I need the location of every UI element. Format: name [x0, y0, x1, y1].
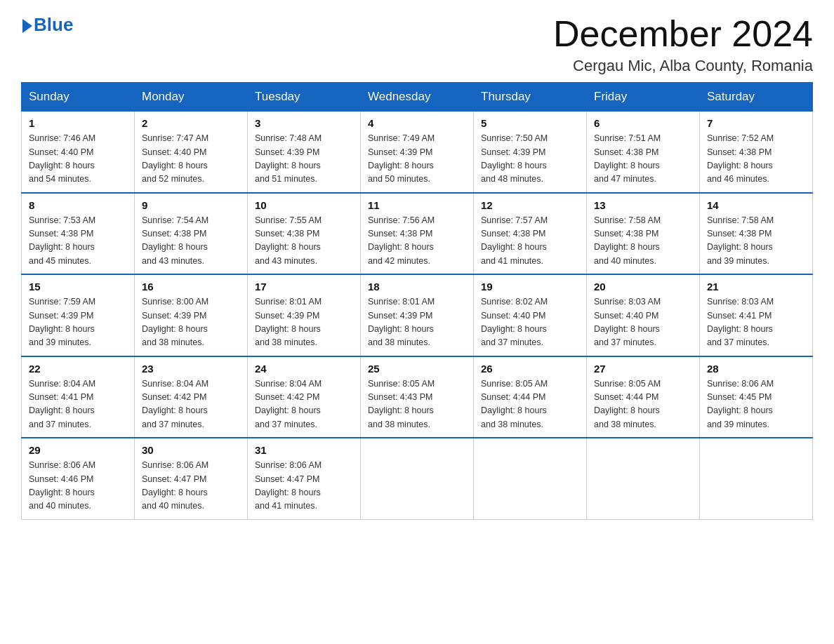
- day-number: 27: [594, 363, 692, 375]
- day-info: Sunrise: 7:51 AMSunset: 4:38 PMDaylight:…: [594, 132, 692, 187]
- day-info: Sunrise: 8:01 AMSunset: 4:39 PMDaylight:…: [368, 295, 466, 350]
- day-info: Sunrise: 7:47 AMSunset: 4:40 PMDaylight:…: [142, 132, 240, 187]
- calendar-cell: 24 Sunrise: 8:04 AMSunset: 4:42 PMDaylig…: [248, 356, 361, 438]
- calendar-cell: 30 Sunrise: 8:06 AMSunset: 4:47 PMDaylig…: [135, 438, 248, 519]
- calendar-cell: 16 Sunrise: 8:00 AMSunset: 4:39 PMDaylig…: [135, 274, 248, 356]
- calendar-cell: 23 Sunrise: 8:04 AMSunset: 4:42 PMDaylig…: [135, 356, 248, 438]
- day-number: 2: [142, 117, 240, 129]
- logo: Blue: [21, 14, 73, 36]
- day-number: 4: [368, 117, 466, 129]
- calendar-cell: 11 Sunrise: 7:56 AMSunset: 4:38 PMDaylig…: [361, 193, 474, 275]
- day-info: Sunrise: 8:03 AMSunset: 4:41 PMDaylight:…: [707, 295, 805, 350]
- day-info: Sunrise: 8:02 AMSunset: 4:40 PMDaylight:…: [481, 295, 579, 350]
- page-header: Blue December 2024 Cergau Mic, Alba Coun…: [21, 14, 813, 75]
- location-subtitle: Cergau Mic, Alba County, Romania: [553, 57, 813, 75]
- calendar-week-row-2: 8 Sunrise: 7:53 AMSunset: 4:38 PMDayligh…: [22, 193, 813, 275]
- calendar-cell: 10 Sunrise: 7:55 AMSunset: 4:38 PMDaylig…: [248, 193, 361, 275]
- day-number: 1: [29, 117, 127, 129]
- day-number: 26: [481, 363, 579, 375]
- calendar-week-row-3: 15 Sunrise: 7:59 AMSunset: 4:39 PMDaylig…: [22, 274, 813, 356]
- calendar-cell: 3 Sunrise: 7:48 AMSunset: 4:39 PMDayligh…: [248, 112, 361, 193]
- col-header-monday: Monday: [135, 83, 248, 112]
- day-info: Sunrise: 7:52 AMSunset: 4:38 PMDaylight:…: [707, 132, 805, 187]
- day-info: Sunrise: 7:49 AMSunset: 4:39 PMDaylight:…: [368, 132, 466, 187]
- day-info: Sunrise: 8:06 AMSunset: 4:47 PMDaylight:…: [142, 459, 240, 514]
- day-info: Sunrise: 7:54 AMSunset: 4:38 PMDaylight:…: [142, 214, 240, 269]
- calendar-cell: 1 Sunrise: 7:46 AMSunset: 4:40 PMDayligh…: [22, 112, 135, 193]
- day-info: Sunrise: 8:05 AMSunset: 4:43 PMDaylight:…: [368, 377, 466, 432]
- day-number: 12: [481, 199, 579, 211]
- day-number: 18: [368, 281, 466, 293]
- day-number: 6: [594, 117, 692, 129]
- calendar-cell: 18 Sunrise: 8:01 AMSunset: 4:39 PMDaylig…: [361, 274, 474, 356]
- calendar-cell: 29 Sunrise: 8:06 AMSunset: 4:46 PMDaylig…: [22, 438, 135, 519]
- calendar-cell: 13 Sunrise: 7:58 AMSunset: 4:38 PMDaylig…: [587, 193, 700, 275]
- col-header-tuesday: Tuesday: [248, 83, 361, 112]
- day-number: 24: [255, 363, 353, 375]
- calendar-header-row: SundayMondayTuesdayWednesdayThursdayFrid…: [22, 83, 813, 112]
- calendar-cell: 8 Sunrise: 7:53 AMSunset: 4:38 PMDayligh…: [22, 193, 135, 275]
- title-section: December 2024 Cergau Mic, Alba County, R…: [553, 14, 813, 75]
- calendar-cell: 27 Sunrise: 8:05 AMSunset: 4:44 PMDaylig…: [587, 356, 700, 438]
- col-header-thursday: Thursday: [474, 83, 587, 112]
- day-info: Sunrise: 8:01 AMSunset: 4:39 PMDaylight:…: [255, 295, 353, 350]
- day-number: 10: [255, 199, 353, 211]
- calendar-cell: 19 Sunrise: 8:02 AMSunset: 4:40 PMDaylig…: [474, 274, 587, 356]
- calendar-week-row-4: 22 Sunrise: 8:04 AMSunset: 4:41 PMDaylig…: [22, 356, 813, 438]
- calendar-table: SundayMondayTuesdayWednesdayThursdayFrid…: [21, 82, 813, 520]
- calendar-cell: 17 Sunrise: 8:01 AMSunset: 4:39 PMDaylig…: [248, 274, 361, 356]
- day-number: 16: [142, 281, 240, 293]
- day-info: Sunrise: 7:46 AMSunset: 4:40 PMDaylight:…: [29, 132, 127, 187]
- month-title: December 2024: [553, 14, 813, 54]
- day-info: Sunrise: 7:58 AMSunset: 4:38 PMDaylight:…: [707, 214, 805, 269]
- day-number: 13: [594, 199, 692, 211]
- day-number: 9: [142, 199, 240, 211]
- day-number: 29: [29, 444, 127, 456]
- col-header-friday: Friday: [587, 83, 700, 112]
- calendar-cell: 25 Sunrise: 8:05 AMSunset: 4:43 PMDaylig…: [361, 356, 474, 438]
- calendar-cell: 20 Sunrise: 8:03 AMSunset: 4:40 PMDaylig…: [587, 274, 700, 356]
- day-number: 7: [707, 117, 805, 129]
- day-info: Sunrise: 8:06 AMSunset: 4:46 PMDaylight:…: [29, 459, 127, 514]
- day-number: 8: [29, 199, 127, 211]
- calendar-cell: 9 Sunrise: 7:54 AMSunset: 4:38 PMDayligh…: [135, 193, 248, 275]
- calendar-cell: [361, 438, 474, 519]
- day-info: Sunrise: 8:04 AMSunset: 4:42 PMDaylight:…: [142, 377, 240, 432]
- day-info: Sunrise: 8:06 AMSunset: 4:45 PMDaylight:…: [707, 377, 805, 432]
- day-number: 23: [142, 363, 240, 375]
- calendar-cell: [474, 438, 587, 519]
- calendar-week-row-5: 29 Sunrise: 8:06 AMSunset: 4:46 PMDaylig…: [22, 438, 813, 519]
- day-info: Sunrise: 8:05 AMSunset: 4:44 PMDaylight:…: [594, 377, 692, 432]
- day-info: Sunrise: 7:58 AMSunset: 4:38 PMDaylight:…: [594, 214, 692, 269]
- calendar-cell: 2 Sunrise: 7:47 AMSunset: 4:40 PMDayligh…: [135, 112, 248, 193]
- day-info: Sunrise: 7:59 AMSunset: 4:39 PMDaylight:…: [29, 295, 127, 350]
- calendar-cell: 28 Sunrise: 8:06 AMSunset: 4:45 PMDaylig…: [700, 356, 813, 438]
- calendar-cell: 6 Sunrise: 7:51 AMSunset: 4:38 PMDayligh…: [587, 112, 700, 193]
- calendar-week-row-1: 1 Sunrise: 7:46 AMSunset: 4:40 PMDayligh…: [22, 112, 813, 193]
- day-number: 25: [368, 363, 466, 375]
- day-number: 22: [29, 363, 127, 375]
- calendar-cell: 21 Sunrise: 8:03 AMSunset: 4:41 PMDaylig…: [700, 274, 813, 356]
- day-info: Sunrise: 7:53 AMSunset: 4:38 PMDaylight:…: [29, 214, 127, 269]
- calendar-cell: [700, 438, 813, 519]
- calendar-cell: 22 Sunrise: 8:04 AMSunset: 4:41 PMDaylig…: [22, 356, 135, 438]
- calendar-cell: [587, 438, 700, 519]
- day-number: 14: [707, 199, 805, 211]
- day-info: Sunrise: 7:50 AMSunset: 4:39 PMDaylight:…: [481, 132, 579, 187]
- day-info: Sunrise: 8:06 AMSunset: 4:47 PMDaylight:…: [255, 459, 353, 514]
- day-number: 15: [29, 281, 127, 293]
- day-number: 20: [594, 281, 692, 293]
- day-number: 19: [481, 281, 579, 293]
- day-number: 28: [707, 363, 805, 375]
- day-info: Sunrise: 7:56 AMSunset: 4:38 PMDaylight:…: [368, 214, 466, 269]
- day-number: 5: [481, 117, 579, 129]
- calendar-cell: 15 Sunrise: 7:59 AMSunset: 4:39 PMDaylig…: [22, 274, 135, 356]
- day-info: Sunrise: 8:05 AMSunset: 4:44 PMDaylight:…: [481, 377, 579, 432]
- logo-blue-text: Blue: [34, 14, 73, 36]
- day-info: Sunrise: 7:48 AMSunset: 4:39 PMDaylight:…: [255, 132, 353, 187]
- calendar-cell: 26 Sunrise: 8:05 AMSunset: 4:44 PMDaylig…: [474, 356, 587, 438]
- col-header-saturday: Saturday: [700, 83, 813, 112]
- logo-arrow-icon: [22, 19, 32, 33]
- day-info: Sunrise: 7:57 AMSunset: 4:38 PMDaylight:…: [481, 214, 579, 269]
- day-info: Sunrise: 8:04 AMSunset: 4:41 PMDaylight:…: [29, 377, 127, 432]
